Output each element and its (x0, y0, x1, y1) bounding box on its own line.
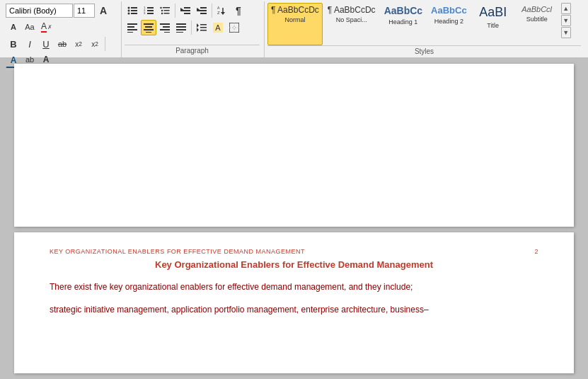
clear-format-button[interactable]: A ✗ (38, 19, 55, 35)
svg-point-16 (161, 13, 163, 14)
styles-list: ¶ AaBbCcDc Normal ¶ AaBbCcDc No Spaci...… (267, 3, 571, 45)
numbering-button[interactable]: 1.2.3. (141, 3, 156, 18)
svg-rect-43 (176, 26, 186, 28)
svg-rect-24 (197, 10, 207, 11)
svg-marker-46 (197, 23, 199, 28)
svg-rect-34 (144, 23, 154, 25)
style-nospace-button[interactable]: ¶ AaBbCcDc No Spaci... (324, 3, 379, 45)
body-line-2: strategic initiative management, applica… (50, 302, 538, 318)
svg-rect-38 (160, 23, 170, 25)
show-hide-button[interactable]: ¶ (231, 3, 246, 18)
style-heading1-button[interactable]: AaBbCc Heading 1 (381, 3, 426, 45)
page-number: 2 (534, 248, 538, 255)
font-grow-button[interactable]: A (96, 3, 111, 18)
change-case-button[interactable]: Aa (22, 19, 38, 35)
style-normal-button[interactable]: ¶ AaBbCcDc Normal (267, 3, 323, 45)
font-name-input[interactable] (6, 4, 73, 18)
svg-point-4 (128, 13, 130, 15)
svg-marker-47 (197, 28, 199, 32)
svg-rect-33 (127, 32, 133, 33)
align-center-button[interactable] (141, 20, 156, 35)
style-heading2-button[interactable]: AaBbCc Heading 2 (427, 3, 471, 45)
style-subtitle-label: Subtitle (526, 16, 548, 23)
svg-rect-36 (144, 29, 154, 30)
svg-point-2 (128, 10, 130, 12)
multilevel-button[interactable] (157, 3, 173, 18)
font-section: A A Aa A ✗ B I U ab x2 x2 A ab A Font (3, 1, 120, 57)
svg-marker-29 (221, 12, 225, 15)
svg-rect-49 (200, 27, 207, 28)
style-nospace-preview: ¶ AaBbCcDc (328, 5, 376, 15)
svg-rect-9 (147, 10, 154, 11)
paragraph-section-label: Paragraph (125, 45, 260, 56)
sep4 (191, 21, 192, 35)
superscript-button[interactable]: x2 (87, 36, 103, 52)
subscript-button[interactable]: x2 (71, 36, 86, 52)
borders-button[interactable] (226, 20, 242, 35)
svg-point-12 (160, 7, 161, 9)
svg-rect-3 (131, 10, 137, 11)
svg-rect-7 (147, 7, 154, 9)
svg-rect-1 (131, 7, 137, 9)
style-subtitle-button[interactable]: AaBbCcl Subtitle (516, 3, 558, 45)
svg-rect-23 (200, 7, 207, 9)
bold-button[interactable]: B (6, 36, 21, 52)
style-h2-preview: AaBbCc (431, 5, 467, 16)
styles-scroll-up-button[interactable]: ▲ (561, 3, 571, 14)
body-line-1: There exist five key organizational enab… (50, 280, 538, 295)
sep2 (175, 4, 175, 18)
justify-button[interactable] (173, 20, 189, 35)
page-title: Key Organizational Enablers for Effectiv… (50, 259, 538, 270)
page-2: KEY ORGANIZATIONAL ENABLERS FOR EFFECTIV… (14, 232, 574, 373)
strikethrough-button[interactable]: ab (54, 36, 70, 52)
svg-rect-31 (127, 26, 134, 28)
svg-rect-25 (200, 13, 207, 14)
style-h2-label: Heading 2 (434, 18, 463, 25)
svg-rect-37 (146, 32, 151, 33)
svg-rect-51 (229, 23, 239, 33)
svg-text:Z: Z (217, 11, 220, 15)
style-title-preview: AaBI (479, 5, 507, 21)
sep3 (212, 4, 212, 18)
page-1 (14, 64, 574, 227)
sort-button[interactable]: AZ (214, 3, 230, 18)
svg-rect-45 (176, 32, 183, 33)
increase-indent-button[interactable] (194, 3, 209, 18)
svg-rect-15 (164, 10, 170, 11)
svg-rect-21 (184, 13, 190, 14)
bullets-button[interactable] (125, 3, 140, 18)
style-title-label: Title (487, 22, 499, 29)
align-left-button[interactable] (125, 20, 140, 35)
shading-button[interactable]: A (210, 20, 226, 35)
svg-rect-48 (200, 24, 207, 26)
svg-rect-17 (164, 13, 170, 14)
document-area: KEY ORGANIZATIONAL ENABLERS FOR EFFECTIV… (0, 58, 588, 379)
paragraph-section: 1.2.3. AZ ¶ (121, 1, 263, 57)
svg-rect-42 (176, 23, 186, 25)
toolbar: A A Aa A ✗ B I U ab x2 x2 A ab A Font (0, 0, 588, 58)
align-right-button[interactable] (157, 20, 173, 35)
svg-rect-41 (164, 32, 170, 33)
style-title-button[interactable]: AaBI Title (472, 3, 514, 45)
svg-rect-39 (163, 26, 170, 28)
styles-scroll-down-button[interactable]: ▼ (561, 15, 571, 26)
style-h1-preview: AaBbCc (384, 5, 422, 17)
svg-rect-35 (145, 26, 152, 28)
style-nospace-label: No Spaci... (336, 16, 367, 23)
italic-button[interactable]: I (22, 36, 38, 52)
svg-rect-13 (163, 7, 170, 9)
svg-text:A: A (217, 6, 220, 10)
styles-navigation: ▲ ▼ ▼ (561, 3, 571, 38)
font-shrink-button[interactable]: A (6, 19, 21, 35)
decrease-indent-button[interactable] (178, 3, 193, 18)
styles-more-button[interactable]: ▼ (561, 27, 571, 38)
underline-button[interactable]: U (38, 36, 54, 52)
svg-text:3.: 3. (144, 11, 146, 15)
font-size-input[interactable] (74, 4, 95, 18)
page-header-text: KEY ORGANIZATIONAL ENABLERS FOR EFFECTIV… (50, 248, 305, 255)
page-header: KEY ORGANIZATIONAL ENABLERS FOR EFFECTIV… (50, 248, 538, 255)
styles-section-label: Styles (267, 45, 581, 57)
line-spacing-button[interactable] (194, 20, 209, 35)
page-body: There exist five key organizational enab… (50, 280, 538, 317)
svg-rect-40 (160, 29, 170, 30)
